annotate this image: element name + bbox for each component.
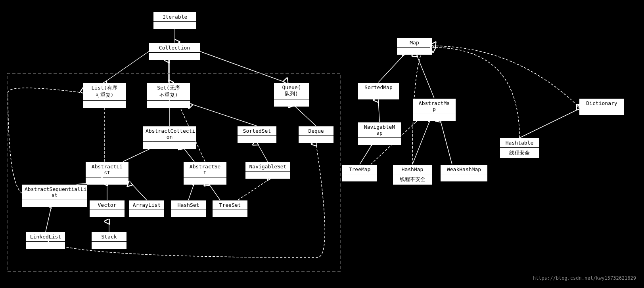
box-queue: Queue(队列) <box>274 82 309 107</box>
box-map-body <box>397 48 432 55</box>
box-linkedlist: LinkedList <box>26 232 65 249</box>
box-hashtable-title: Hashtable <box>500 138 539 148</box>
box-abstractsequentiallist: AbstractSequentialList <box>22 184 87 208</box>
box-weakhashmap: WeakHashMap <box>440 164 488 182</box>
box-set-body <box>147 101 190 108</box>
box-arraylist-body <box>129 210 164 217</box>
box-arraylist-title: ArrayList <box>129 200 164 210</box>
box-set: Set(无序不重复) <box>147 82 190 108</box>
url-text: https://blog.csdn.net/kwy15732621629 <box>533 275 636 281</box>
box-navigableset: NavigableSet <box>245 162 291 179</box>
box-treeset: TreeSet <box>212 200 248 217</box>
box-abstractset-title: AbstractSet <box>184 162 226 177</box>
box-treemap: TreeMap <box>342 164 378 182</box>
svg-line-29 <box>519 109 579 138</box>
box-navigablemap-title: NavigableMap <box>358 122 401 138</box>
box-hashmap: HashMap 线程不安全 <box>393 164 432 185</box>
box-sortedmap-body <box>358 92 399 99</box>
box-deque: Deque <box>298 126 334 143</box>
box-weakhashmap-title: WeakHashMap <box>441 165 487 174</box>
box-iterable-body <box>153 22 196 29</box>
box-abstractcollection-title: AbstractCollection <box>143 126 196 142</box>
box-navigableset-body <box>245 172 290 179</box>
svg-line-19 <box>257 143 268 162</box>
box-abstractcollection: AbstractCollection <box>143 126 196 149</box>
box-abstractmap-title: AbstractMap <box>413 99 456 114</box>
box-abstractlist: AbstractList <box>85 162 129 185</box>
box-collection-body <box>149 53 200 60</box>
box-hashmap-body: 线程不安全 <box>393 174 432 185</box>
box-treeset-body <box>213 210 247 217</box>
box-dictionary-title: Dictionary <box>579 99 624 108</box>
box-dictionary-body <box>579 108 624 115</box>
box-iterable: Iterable <box>153 12 197 29</box>
svg-line-20 <box>238 179 270 200</box>
box-hashset-title: HashSet <box>171 200 206 210</box>
svg-line-22 <box>378 54 404 82</box>
box-list: List(有序可重复) <box>82 82 126 108</box>
box-deque-title: Deque <box>299 126 334 136</box>
svg-line-5 <box>200 51 286 82</box>
box-navigablemap: NavigableMap <box>358 122 401 145</box>
box-deque-body <box>299 136 334 143</box>
box-linkedlist-title: LinkedList <box>26 232 65 242</box>
box-map: Map <box>397 38 432 55</box>
box-abstractset: AbstractSet <box>183 162 227 185</box>
box-queue-body <box>274 99 309 107</box>
svg-line-16 <box>46 206 52 232</box>
svg-line-14 <box>188 183 194 200</box>
box-navigablemap-body <box>358 138 401 145</box>
box-set-title: Set(无序不重复) <box>147 83 190 101</box>
box-hashtable-body: 线程安全 <box>500 148 539 158</box>
box-collection-title: Collection <box>149 43 200 53</box>
box-hashset: HashSet <box>171 200 206 217</box>
box-dictionary: Dictionary <box>579 98 625 116</box>
box-collection: Collection <box>149 43 200 60</box>
box-hashtable: Hashtable 线程安全 <box>500 138 539 158</box>
box-stack-title: Stack <box>92 232 126 242</box>
box-abstractlist-title: AbstractList <box>86 162 128 177</box>
box-treemap-title: TreeMap <box>342 165 377 174</box>
box-linkedlist-body <box>26 242 65 249</box>
box-abstractmap-body <box>413 114 456 121</box>
svg-line-18 <box>190 104 257 126</box>
box-vector-title: Vector <box>90 200 125 210</box>
box-list-title: List(有序可重复) <box>83 83 126 101</box>
box-stack: Stack <box>91 232 127 249</box>
svg-line-24 <box>378 100 380 122</box>
box-vector: Vector <box>89 200 125 217</box>
box-abstractlist-body <box>86 177 128 185</box>
box-sortedmap-title: SortedMap <box>358 83 399 92</box>
svg-line-13 <box>131 183 147 200</box>
box-arraylist: ArrayList <box>129 200 165 217</box>
svg-line-21 <box>292 104 316 126</box>
box-sortedmap: SortedMap <box>358 82 399 100</box>
box-abstractmap: AbstractMap <box>412 98 456 122</box>
box-hashmap-title: HashMap <box>393 165 432 174</box>
box-queue-title: Queue(队列) <box>274 83 309 99</box>
box-navigableset-title: NavigableSet <box>245 162 290 172</box>
box-sortedset-title: SortedSet <box>238 126 276 136</box>
box-vector-body <box>90 210 125 217</box>
svg-line-28 <box>440 120 452 164</box>
box-sortedset-body <box>238 136 276 143</box>
box-map-title: Map <box>397 38 432 48</box>
svg-line-23 <box>416 54 434 98</box>
box-list-body <box>83 101 126 108</box>
svg-line-15 <box>208 183 220 200</box>
box-stack-body <box>92 242 126 249</box>
diagram-container: Iterable Collection List(有序可重复) Set(无序不重… <box>0 0 644 288</box>
svg-line-25 <box>360 143 373 164</box>
svg-line-3 <box>104 51 149 82</box>
box-treemap-body <box>342 174 377 181</box>
box-sortedset: SortedSet <box>237 126 277 143</box>
box-abstractsequentiallist-title: AbstractSequentialList <box>22 185 87 200</box>
box-iterable-title: Iterable <box>153 12 196 22</box>
box-abstractset-body <box>184 177 226 185</box>
svg-line-27 <box>412 120 430 164</box>
box-treeset-title: TreeSet <box>213 200 247 210</box>
box-weakhashmap-body <box>441 174 487 181</box>
box-hashset-body <box>171 210 206 217</box>
box-abstractsequentiallist-body <box>22 200 87 207</box>
box-abstractcollection-body <box>143 142 196 149</box>
